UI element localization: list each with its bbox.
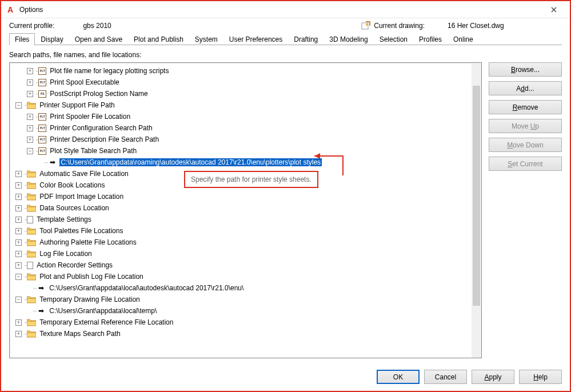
drawing-icon [361,21,370,30]
section-label: Search paths, file names, and file locat… [9,51,562,59]
tab-online[interactable]: Online [448,33,479,45]
current-drawing-label: Current drawing: [374,22,425,30]
collapse-icon[interactable]: − [15,102,22,109]
expand-icon[interactable]: + [15,262,22,269]
svg-point-1 [366,23,368,26]
folder-icon [27,295,36,303]
tree-node[interactable]: +···Automatic Save File Location [10,168,472,179]
window-title: Options [19,6,542,14]
remove-button[interactable]: Remove [489,100,562,114]
tab-files[interactable]: Files [9,33,35,45]
tree-node[interactable]: +···Template Settings [10,214,472,225]
side-buttons: Browse... Add... Remove Move Up Move Dow… [489,62,562,358]
tab-3d-modeling[interactable]: 3D Modeling [324,33,373,45]
close-icon [551,7,557,13]
tabs: Files Display Open and Save Plot and Pub… [1,30,570,45]
tree-scrollbar[interactable] [472,63,481,358]
tree-node[interactable]: +···Texture Maps Search Path [10,328,472,339]
expand-icon[interactable]: + [27,79,33,86]
autocad-app-icon: A [6,5,15,14]
folder-icon [27,101,36,109]
current-profile-label: Current profile: [9,22,54,30]
current-drawing-value: 16 Her Closet.dwg [448,22,562,30]
apply-button[interactable]: Apply [472,370,514,384]
tab-profiles[interactable]: Profiles [413,33,448,45]
arrow-icon: ➡ [37,284,46,292]
arrow-icon: ➡ [37,307,46,315]
tab-display[interactable]: Display [35,33,69,45]
scrollbar-thumb[interactable] [473,86,480,306]
tree-node[interactable]: +···PLTPrinter Description File Search P… [10,134,472,145]
file-icon: PLT [38,125,46,132]
folder-icon [27,181,36,189]
tab-open-and-save[interactable]: Open and Save [69,33,128,45]
ok-button[interactable]: OK [377,370,420,384]
tree-node[interactable]: −···Plot and Publish Log File Location [10,271,472,282]
doc-icon [27,216,33,223]
expand-icon[interactable]: + [15,182,22,189]
expand-icon[interactable]: + [15,171,22,177]
set-current-button[interactable]: Set Current [489,157,562,171]
doc-icon [27,262,33,269]
tab-system[interactable]: System [189,33,223,45]
expand-icon[interactable]: + [27,68,33,74]
collapse-icon[interactable]: − [15,274,22,280]
expand-icon[interactable]: + [15,319,22,326]
expand-icon[interactable]: + [15,331,22,337]
folder-icon [27,227,36,235]
close-button[interactable] [542,2,565,18]
tree-node-selected[interactable]: ····➡C:\Users\Grant\appdata\roaming\auto… [10,157,472,168]
options-dialog: A Options Current profile: gbs 2010 Curr… [0,0,571,392]
expand-icon[interactable]: + [15,251,22,257]
expand-icon[interactable]: + [15,194,22,200]
help-button[interactable]: Help [519,370,562,384]
expand-icon[interactable]: + [27,114,33,120]
tree-node[interactable]: −···Temporary Drawing File Location [10,294,472,305]
folder-icon [27,273,36,281]
expand-icon[interactable]: + [15,239,22,246]
tree-node[interactable]: +···Color Book Locations [10,179,472,191]
file-icon: PLT [38,79,46,86]
tree-node[interactable]: +···Tool Palettes File Locations [10,225,472,237]
tree-node[interactable]: +···Action Recorder Settings [10,259,472,271]
expand-icon[interactable]: + [15,205,22,211]
tree-node[interactable]: +···PDF Import Image Location [10,191,472,202]
file-icon: PS [38,90,46,98]
move-up-button[interactable]: Move Up [489,119,562,133]
tab-plot-and-publish[interactable]: Plot and Publish [128,33,189,45]
tree-node[interactable]: +···PSPostScript Prolog Section Name [10,88,472,99]
folder-icon [27,318,36,326]
tree-node[interactable]: +···PLTPrint Spool Executable [10,77,472,88]
expand-icon[interactable]: + [27,137,33,143]
tab-selection[interactable]: Selection [374,33,413,45]
tab-user-preferences[interactable]: User Preferences [223,33,288,45]
dialog-buttons: OK Cancel Apply Help [1,364,570,391]
move-down-button[interactable]: Move Down [489,138,562,152]
tab-drafting[interactable]: Drafting [288,33,324,45]
file-paths-tree[interactable]: +···PLTPlot file name for legacy plottin… [10,63,472,358]
tree-node[interactable]: +···Data Sources Location [10,202,472,214]
collapse-icon[interactable]: − [27,148,33,154]
tree-node[interactable]: −···Printer Support File Path [10,99,472,111]
tree-node[interactable]: +···PLTPrinter Configuration Search Path [10,122,472,134]
expand-icon[interactable]: + [15,217,22,223]
expand-icon[interactable]: + [27,91,33,97]
tree-node[interactable]: +···PLTPrint Spooler File Location [10,111,472,122]
expand-icon[interactable]: + [15,228,22,234]
tree-node[interactable]: −···PLTPlot Style Table Search Path [10,145,472,157]
tree-node[interactable]: +···Temporary External Reference File Lo… [10,317,472,328]
tree-node[interactable]: ····➡C:\Users\Grant\appdata\local\temp\ [10,305,472,317]
tab-content: Search paths, file names, and file locat… [1,45,570,364]
add-button[interactable]: Add... [489,81,562,95]
current-profile-value: gbs 2010 [83,22,111,30]
browse-button[interactable]: Browse... [489,62,562,77]
cancel-button[interactable]: Cancel [424,370,467,384]
tree-node[interactable]: +···Authoring Palette File Locations [10,237,472,248]
collapse-icon[interactable]: − [15,297,22,303]
folder-icon [27,330,36,338]
tree-node[interactable]: +···PLTPlot file name for legacy plottin… [10,65,472,77]
tree-node[interactable]: +···Log File Location [10,248,472,259]
expand-icon[interactable]: + [27,125,33,131]
tree-node[interactable]: ····➡C:\Users\Grant\appdata\local\autode… [10,282,472,294]
titlebar: A Options [1,1,570,18]
